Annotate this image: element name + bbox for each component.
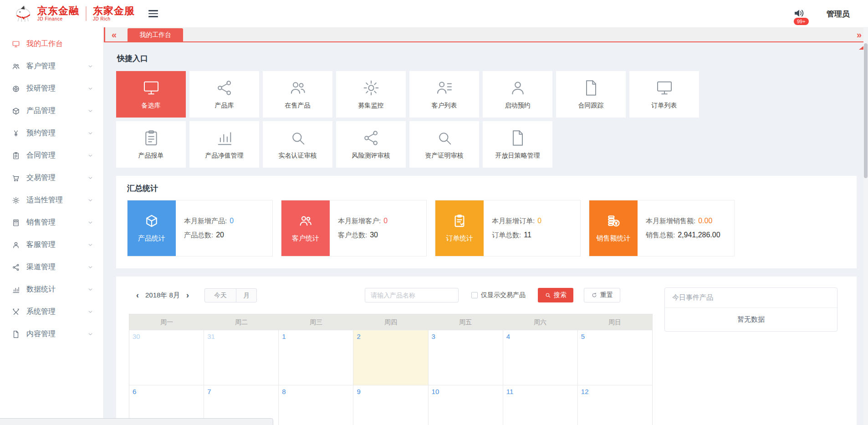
sidebar-item-content[interactable]: 内容管理 (0, 323, 103, 345)
day-cell[interactable]: 1 (279, 330, 353, 385)
sidebar-item-customers[interactable]: 客户管理 (0, 55, 103, 77)
stat-card-customer-stats: 客户统计本月新增客户:0客户总数:30 (281, 200, 427, 256)
day-cell[interactable]: 4 (503, 330, 578, 385)
day-number: 11 (506, 388, 514, 395)
gear-icon (12, 196, 20, 205)
reset-button[interactable]: 重置 (584, 288, 620, 302)
quick-tile-realname-audit[interactable]: 实名认证审核 (263, 121, 332, 168)
sidebar-item-products[interactable]: 产品管理 (0, 100, 103, 122)
day-cell[interactable]: 3 (429, 330, 503, 385)
logo[interactable]: 京东金融 JD Finance 东家金服 JD Rich (13, 4, 135, 23)
cube-icon (144, 214, 159, 228)
tools-icon (12, 308, 20, 316)
quick-tile-backup-pool[interactable]: 备选库 (116, 71, 186, 118)
chart-icon (215, 129, 234, 147)
sidebar-item-label: 内容管理 (26, 329, 87, 339)
weekday-cell: 周一 (129, 314, 204, 330)
day-number: 6 (133, 388, 136, 395)
day-cell[interactable]: 31 (204, 330, 279, 385)
quick-tile-label: 募集监控 (358, 102, 384, 110)
checkbox-icon[interactable] (471, 292, 478, 298)
sidebar-item-label: 预约管理 (26, 128, 87, 138)
notification-speaker[interactable]: 99+ (793, 7, 807, 20)
quick-tile-risk-audit[interactable]: 风险测评审核 (336, 121, 406, 168)
user-menu[interactable]: 管理员 (827, 9, 850, 19)
quick-tile-order-list[interactable]: 订单列表 (629, 71, 699, 118)
day-cell[interactable]: 9 (353, 385, 428, 425)
day-number: 12 (581, 388, 589, 395)
monitor-icon (142, 79, 160, 97)
weekday-header-row: 周一周二周三周四周五周六周日 (129, 314, 652, 330)
sidebar-item-sales[interactable]: 销售管理 (0, 211, 103, 234)
sidebar-item-contracts[interactable]: 合同管理 (0, 144, 103, 167)
quick-tile-asset-audit[interactable]: 资产证明审核 (409, 121, 479, 168)
day-number: 1 (282, 333, 286, 340)
sidebar-item-system[interactable]: 系统管理 (0, 301, 103, 323)
prev-month-icon[interactable]: ‹ (136, 291, 139, 299)
quick-entry-title: 快捷入口 (117, 53, 857, 64)
search-icon (545, 292, 551, 298)
stat-line-value: 11 (524, 231, 531, 239)
stat-card-badge: 订单统计 (435, 200, 484, 256)
quick-tile-on-sale-products[interactable]: 在售产品 (263, 71, 332, 118)
stat-line-value: 0 (537, 217, 541, 225)
month-view-button[interactable]: 月 (236, 288, 257, 302)
day-cell[interactable]: 8 (279, 385, 353, 425)
quick-tile-contract-tracking[interactable]: 合同跟踪 (556, 71, 626, 118)
sidebar-item-workbench[interactable]: 我的工作台 (0, 33, 103, 55)
quick-tile-openday-strategy[interactable]: 开放日策略管理 (483, 121, 552, 168)
sidebar-item-channels[interactable]: 渠道管理 (0, 256, 103, 278)
day-cell[interactable]: 12 (578, 385, 652, 425)
header-right: 99+ 管理员 (793, 7, 855, 20)
stat-line-label: 本月新增订单: (492, 217, 535, 225)
stat-line-value: 2,941,286.00 (678, 231, 720, 239)
stat-line-value: 30 (370, 231, 378, 239)
sidebar-item-label: 数据统计 (26, 285, 87, 294)
quick-tile-nav-management[interactable]: 产品净值管理 (189, 121, 259, 168)
quick-tile-product-library[interactable]: 产品库 (189, 71, 259, 118)
tabs-scroll-left-icon[interactable]: « (112, 30, 117, 39)
quick-tile-customer-list[interactable]: 客户列表 (409, 71, 479, 118)
weekday-cell: 周六 (503, 314, 577, 330)
day-cell[interactable]: 2 (353, 330, 428, 385)
day-cell[interactable]: 30 (129, 330, 204, 385)
brand2-sub: JD Rich (93, 17, 135, 22)
day-cell[interactable]: 5 (578, 330, 652, 385)
stat-card-badge: 客户统计 (281, 200, 330, 256)
vertical-scrollbar[interactable] (863, 28, 868, 425)
quick-tile-label: 产品报单 (138, 152, 164, 160)
trade-only-checkbox[interactable]: 仅显示交易产品 (471, 291, 526, 299)
sidebar-item-statistics[interactable]: 数据统计 (0, 278, 103, 301)
sidebar-item-reservations[interactable]: 预约管理 (0, 122, 103, 144)
day-cell[interactable]: 11 (503, 385, 578, 425)
tab-bar: « 我的工作台 » (104, 27, 868, 42)
tabs-scroll-right-icon[interactable]: » (857, 30, 862, 39)
product-search-input[interactable] (365, 288, 459, 302)
chevron-down-icon (87, 175, 93, 181)
next-month-icon[interactable]: › (186, 291, 189, 299)
day-cell[interactable]: 10 (429, 385, 503, 425)
today-button[interactable]: 今天 (204, 288, 236, 302)
sidebar-item-suitability[interactable]: 适当性管理 (0, 189, 103, 211)
stat-line-total: 客户总数:30 (338, 231, 426, 240)
quick-tile-product-report[interactable]: 产品报单 (116, 121, 186, 168)
hamburger-menu-icon[interactable] (148, 10, 158, 17)
weekday-cell: 周二 (204, 314, 279, 330)
scrollbar-thumb[interactable] (864, 43, 868, 178)
sidebar-item-research[interactable]: 投研管理 (0, 77, 103, 100)
chevron-down-icon (87, 86, 93, 92)
users-icon (289, 79, 307, 97)
quick-tile-fundraising-monitor[interactable]: 募集监控 (336, 71, 406, 118)
search-button[interactable]: 搜索 (538, 288, 573, 302)
calendar-section: ‹ 2018年 8月 › 今天 月 仅显示交易产品 (116, 277, 857, 425)
tab-my-workbench[interactable]: 我的工作台 (128, 28, 183, 41)
search-icon (435, 129, 454, 147)
sidebar-item-label: 渠道管理 (26, 262, 87, 272)
person-icon (12, 241, 20, 249)
sidebar-item-label: 合同管理 (26, 151, 87, 160)
quick-tile-start-reservation[interactable]: 启动预约 (483, 71, 552, 118)
sidebar-item-label: 系统管理 (26, 307, 87, 317)
sidebar-item-service[interactable]: 客服管理 (0, 234, 103, 256)
sidebar-item-trades[interactable]: 交易管理 (0, 167, 103, 189)
chevron-down-icon (87, 63, 93, 69)
